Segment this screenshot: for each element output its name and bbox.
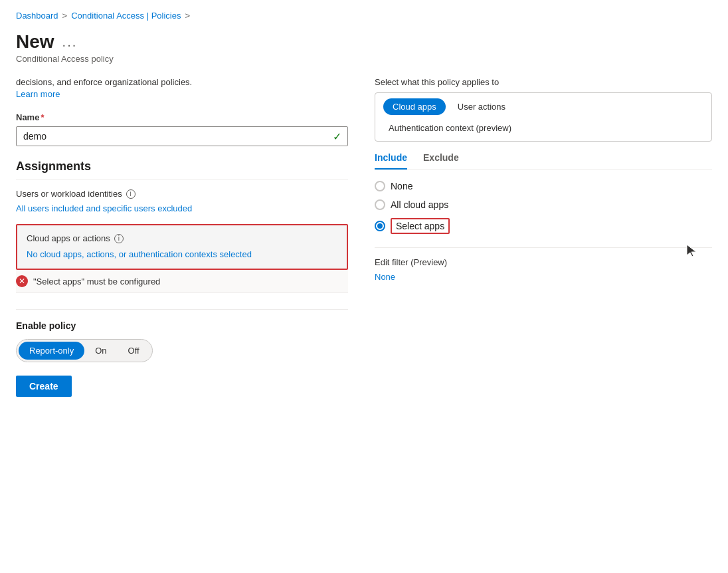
assignments-header: Assignments: [16, 160, 348, 179]
radio-none-circle: [375, 181, 385, 191]
enable-policy-label: Enable policy: [16, 320, 348, 331]
page-title-row: New ...: [16, 31, 712, 53]
radio-group: None All cloud apps Select apps: [375, 181, 712, 234]
cloud-apps-box[interactable]: Cloud apps or actions i No cloud apps, a…: [16, 224, 348, 270]
radio-all-circle: [375, 199, 385, 210]
cloud-apps-box-title: Cloud apps or actions i: [27, 233, 337, 243]
description-text: decisions, and enforce organizational po…: [16, 77, 348, 87]
left-panel: decisions, and enforce organizational po…: [16, 77, 348, 397]
apply-type-box: Cloud apps User actions Authentication c…: [375, 92, 712, 142]
users-info-icon[interactable]: i: [126, 189, 136, 199]
breadcrumb: Dashboard > Conditional Access | Policie…: [16, 11, 712, 21]
edit-filter-label: Edit filter (Preview): [375, 257, 712, 267]
page-container: Dashboard > Conditional Access | Policie…: [0, 0, 728, 573]
radio-select-dot: [377, 223, 383, 229]
radio-select-label: Select apps: [396, 221, 444, 231]
radio-all-label: All cloud apps: [391, 199, 448, 210]
toggle-on[interactable]: On: [84, 342, 117, 360]
name-input-wrapper: ✓: [16, 126, 348, 146]
breadcrumb-sep-1: >: [62, 11, 68, 21]
error-text: "Select apps" must be configured: [33, 277, 160, 286]
radio-select-circle: [375, 221, 385, 231]
radio-none[interactable]: None: [375, 181, 712, 191]
edit-filter-section: Edit filter (Preview) None: [375, 247, 712, 282]
more-options-icon[interactable]: ...: [62, 35, 78, 50]
apply-cloud-apps-btn[interactable]: Cloud apps: [383, 98, 446, 115]
breadcrumb-policies[interactable]: Conditional Access | Policies: [71, 11, 181, 21]
radio-all-cloud-apps[interactable]: All cloud apps: [375, 199, 712, 210]
name-section: Name* ✓: [16, 112, 348, 146]
toggle-group[interactable]: Report-only On Off: [16, 339, 153, 362]
toggle-off[interactable]: Off: [118, 342, 150, 360]
name-label: Name*: [16, 112, 348, 122]
tab-include[interactable]: Include: [375, 152, 407, 170]
apply-auth-context-btn[interactable]: Authentication context (preview): [383, 120, 703, 136]
name-input[interactable]: [16, 126, 348, 146]
cloud-apps-info-icon[interactable]: i: [114, 234, 124, 243]
edit-filter-value[interactable]: None: [375, 272, 395, 282]
error-icon: ✕: [16, 275, 28, 287]
right-panel: Select what this policy applies to Cloud…: [375, 77, 712, 397]
policy-applies-label: Select what this policy applies to: [375, 77, 712, 87]
create-button[interactable]: Create: [16, 376, 72, 397]
cursor-icon: [685, 243, 699, 259]
cloud-apps-message: No cloud apps, actions, or authenticatio…: [27, 249, 337, 261]
breadcrumb-sep-2: >: [185, 11, 190, 21]
tab-exclude[interactable]: Exclude: [423, 152, 459, 170]
users-label: Users or workload identities i: [16, 189, 348, 199]
apply-user-actions-btn[interactable]: User actions: [448, 98, 515, 115]
select-apps-box: Select apps: [391, 218, 450, 234]
tabs-row: Include Exclude: [375, 152, 712, 170]
toggle-report-only[interactable]: Report-only: [19, 342, 84, 360]
radio-none-label: None: [391, 181, 412, 191]
checkmark-icon: ✓: [333, 130, 341, 143]
users-link[interactable]: All users included and specific users ex…: [16, 203, 192, 213]
page-title: New: [16, 31, 54, 53]
enable-policy-section: Enable policy Report-only On Off Create: [16, 309, 348, 397]
required-star: *: [41, 112, 44, 122]
breadcrumb-dashboard[interactable]: Dashboard: [16, 11, 58, 21]
error-row: ✕ "Select apps" must be configured: [16, 270, 348, 293]
learn-more-link[interactable]: Learn more: [16, 89, 60, 99]
main-layout: decisions, and enforce organizational po…: [16, 77, 712, 397]
radio-select-apps[interactable]: Select apps: [375, 218, 712, 234]
page-subtitle: Conditional Access policy: [16, 54, 712, 64]
